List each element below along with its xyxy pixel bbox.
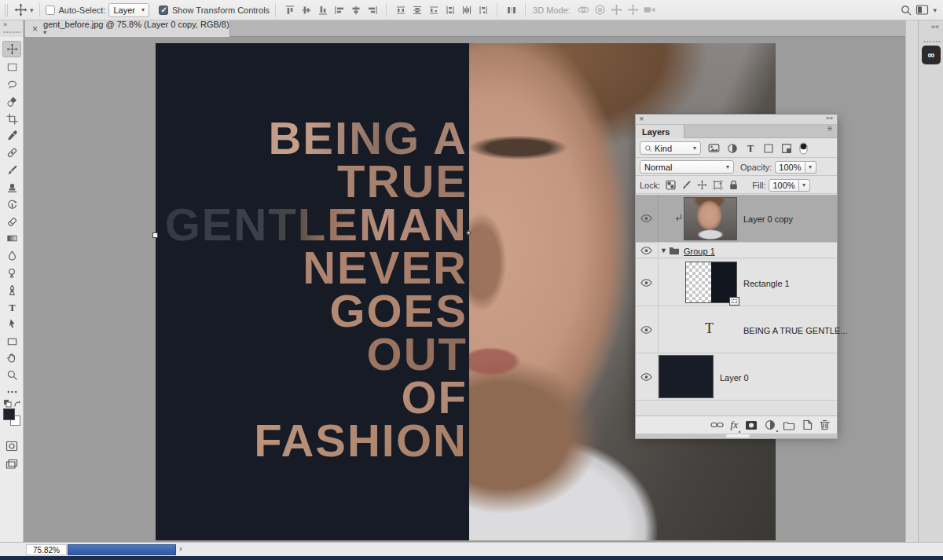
layer-row-layer-0-copy[interactable]: Layer 0 copy (636, 195, 837, 243)
path-selection-tool[interactable] (2, 316, 21, 332)
dock-collapse-icon[interactable]: «« (931, 23, 939, 31)
fill-chevron-icon[interactable]: ▾ (799, 179, 810, 192)
layer-row-layer-0[interactable]: Layer 0 (636, 353, 837, 401)
blur-tool[interactable] (2, 247, 21, 264)
rectangular-marquee-tool[interactable] (2, 59, 21, 75)
opacity-value-field[interactable]: 100% (775, 161, 805, 174)
auto-select-target-dropdown[interactable]: Layer ▾ (108, 3, 149, 17)
show-transform-controls-checkbox[interactable] (159, 5, 168, 15)
distribute-right-edges-icon[interactable] (475, 2, 491, 18)
type-tool[interactable]: T (2, 299, 21, 316)
opacity-chevron-icon[interactable]: ▾ (805, 161, 816, 174)
eraser-tool[interactable] (2, 214, 21, 230)
3d-slide-icon[interactable] (625, 2, 641, 18)
3d-drag-icon[interactable] (608, 2, 625, 18)
filter-shape-layers-icon[interactable] (763, 143, 774, 154)
new-group-icon[interactable] (783, 420, 795, 430)
history-brush-tool[interactable] (2, 196, 21, 213)
search-icon[interactable] (897, 2, 914, 18)
align-horizontal-centers-icon[interactable] (347, 2, 364, 18)
layer-thumbnail[interactable] (685, 262, 737, 303)
auto-select-checkbox[interactable] (46, 5, 55, 15)
current-tool-button[interactable]: ▾ (14, 3, 34, 16)
workspace-switcher-icon[interactable] (914, 2, 930, 18)
3d-orbit-icon[interactable] (575, 2, 592, 18)
filter-type-layers-icon[interactable]: T (745, 143, 756, 154)
dodge-tool[interactable] (2, 265, 21, 281)
filter-pixel-layers-icon[interactable] (708, 142, 720, 154)
layer-name[interactable]: Layer 0 (720, 373, 749, 382)
hand-tool[interactable] (2, 350, 21, 366)
scrollbar-thumb[interactable] (726, 434, 750, 437)
align-top-edges-icon[interactable] (281, 2, 298, 18)
distribute-top-edges-icon[interactable] (392, 2, 409, 18)
align-vertical-centers-icon[interactable] (298, 2, 314, 18)
tool-preset-chevron-icon[interactable]: ▾ (30, 6, 34, 14)
lock-artboard-nesting-icon[interactable] (713, 180, 723, 190)
3d-roll-icon[interactable] (592, 2, 608, 18)
foreground-background-swatches[interactable] (3, 408, 22, 432)
move-tool[interactable] (2, 41, 21, 57)
layers-tab[interactable]: Layers (636, 125, 684, 138)
pen-tool[interactable] (2, 282, 21, 298)
layer-name[interactable]: BEING A TRUE GENTLE... (743, 326, 847, 335)
vertical-scrollbar[interactable] (905, 20, 918, 542)
layer-row-group-1[interactable]: ▼ Group 1 (636, 243, 837, 258)
distribute-bottom-edges-icon[interactable] (425, 2, 442, 18)
tools-expand-icon[interactable]: » (3, 20, 7, 28)
lock-all-icon[interactable] (728, 180, 739, 190)
layers-panel-header[interactable]: × «« (636, 115, 837, 125)
lock-transparent-pixels-icon[interactable] (666, 180, 676, 190)
lasso-tool[interactable] (2, 76, 21, 93)
eyedropper-tool[interactable] (2, 127, 21, 144)
options-bar-grip[interactable] (5, 4, 8, 16)
quick-mask-button[interactable] (2, 437, 21, 454)
spot-healing-brush-tool[interactable] (2, 145, 21, 161)
layer-style-fx-icon[interactable]: fx (731, 419, 738, 431)
visibility-eye-icon[interactable] (640, 214, 652, 223)
panel-collapse-icon[interactable]: «« (826, 115, 833, 122)
quick-selection-tool[interactable] (2, 93, 21, 110)
crop-tool[interactable] (2, 111, 21, 127)
new-layer-icon[interactable] (802, 419, 813, 430)
distribute-horizontal-centers-icon[interactable] (458, 2, 475, 18)
distribute-vertical-centers-icon[interactable] (409, 2, 425, 18)
link-layers-icon[interactable] (710, 421, 724, 429)
status-menu-chevron-icon[interactable]: › (179, 544, 182, 553)
distribute-left-edges-icon[interactable] (442, 2, 458, 18)
add-layer-mask-icon[interactable] (745, 420, 758, 430)
gradient-tool[interactable] (2, 230, 21, 247)
tab-close-icon[interactable]: × (32, 24, 38, 35)
tools-panel-header[interactable]: » •••••• (0, 20, 24, 37)
workspace-chevron-icon[interactable]: ▾ (933, 6, 937, 14)
zoom-tool[interactable] (2, 367, 21, 383)
visibility-eye-icon[interactable] (640, 278, 652, 287)
layer-thumbnail[interactable] (684, 197, 737, 240)
group-expand-chevron-icon[interactable]: ▼ (660, 247, 667, 254)
zoom-level-field[interactable]: 75.82% (26, 544, 67, 555)
layers-panel-hscrollbar[interactable] (635, 434, 838, 439)
foreground-color-swatch[interactable] (3, 408, 15, 420)
new-adjustment-layer-icon[interactable] (765, 419, 776, 430)
align-right-edges-icon[interactable] (364, 2, 380, 18)
panel-close-icon[interactable]: × (639, 114, 644, 123)
layer-name[interactable]: Rectangle 1 (743, 279, 790, 288)
document-tab[interactable]: × gent_before.jpg @ 75.8% (Layer 0 copy,… (24, 20, 230, 37)
rectangle-shape-tool[interactable] (2, 333, 21, 350)
delete-layer-icon[interactable] (820, 419, 830, 430)
creative-cloud-icon[interactable]: ∞ (922, 46, 941, 64)
transform-handle-left[interactable] (152, 232, 158, 238)
brush-tool[interactable] (2, 162, 21, 178)
layer-name[interactable]: Layer 0 copy (743, 214, 793, 224)
panel-menu-icon[interactable]: ≡ (827, 127, 832, 130)
align-left-edges-icon[interactable] (331, 2, 347, 18)
blend-mode-dropdown[interactable]: Normal ▾ (640, 160, 734, 174)
layer-thumbnail[interactable] (659, 355, 714, 398)
visibility-eye-icon[interactable] (640, 325, 652, 334)
filter-smart-objects-icon[interactable] (781, 143, 792, 154)
layer-row-rectangle-1[interactable]: Rectangle 1 (636, 259, 837, 306)
align-bottom-edges-icon[interactable] (314, 2, 331, 18)
lock-image-pixels-icon[interactable] (681, 180, 692, 190)
filter-adjustment-layers-icon[interactable] (727, 143, 738, 154)
distribute-spacing-icon[interactable] (503, 2, 519, 18)
